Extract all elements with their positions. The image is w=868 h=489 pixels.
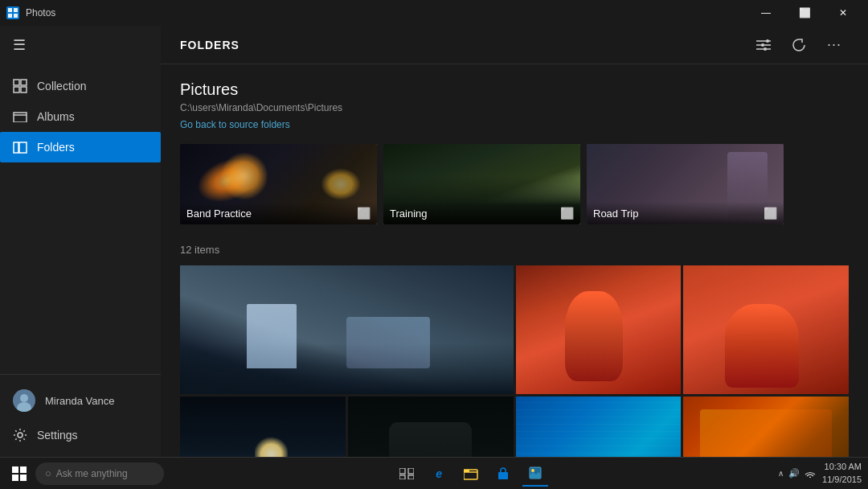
photo-thumb-6[interactable] [516,397,682,457]
titlebar: Photos — ⬜ ✕ [0,0,868,26]
search-bar[interactable]: ○ Ask me anything [35,462,164,485]
app-icon [6,6,19,19]
folders-label: Folders [37,141,75,154]
svg-rect-0 [8,8,12,12]
photo-thumb-1[interactable] [180,265,514,394]
svg-rect-4 [14,80,19,85]
svg-rect-23 [20,466,27,473]
window-controls: — ⬜ ✕ [747,0,862,26]
taskbar: ○ Ask me anything e [0,457,868,489]
maximize-button[interactable]: ⬜ [786,0,823,26]
more-options-button[interactable]: ··· [820,31,849,60]
settings-item[interactable]: Settings [0,420,161,450]
titlebar-left: Photos [6,6,55,19]
svg-point-21 [764,47,767,51]
back-link[interactable]: Go back to source folders [180,119,290,130]
sidebar-nav: Collection Albums Folder [0,64,161,374]
collection-label: Collection [37,80,86,92]
folder-card-road-trip[interactable]: Road Trip ⬜ [587,144,784,224]
task-view-button[interactable] [394,461,420,487]
folder-name: Pictures [180,80,849,99]
svg-point-34 [531,469,534,472]
taskbar-icons: e [394,461,548,487]
svg-rect-7 [21,87,27,92]
folders-icon [13,140,27,154]
speaker-icon: 🔊 [788,468,800,479]
photo-thumb-5[interactable] [348,397,514,457]
sidebar-footer: Miranda Vance Settings [0,374,161,457]
band-practice-overlay: Band Practice ⬜ [180,202,377,224]
sidebar-item-albums[interactable]: Albums [0,101,161,132]
svg-rect-25 [20,475,27,481]
sidebar-header: ☰ [0,26,161,64]
store-button[interactable] [490,461,516,487]
svg-point-13 [20,394,28,402]
svg-rect-22 [12,466,18,473]
svg-rect-3 [14,14,18,18]
svg-rect-26 [399,468,405,474]
photos-app-button[interactable] [522,461,548,487]
expand-icon[interactable]: ∧ [778,469,784,478]
training-label: Training [390,208,427,220]
folder-header: Pictures C:\users\Miranda\Documents\Pict… [180,80,849,131]
folder-card-band-practice[interactable]: Band Practice ⬜ [180,144,377,224]
settings-icon [13,428,27,442]
svg-rect-8 [14,113,27,122]
app-body: ☰ Collection [0,26,868,457]
road-trip-label: Road Trip [593,208,638,220]
svg-point-35 [809,476,811,478]
hamburger-menu[interactable]: ☰ [13,36,26,54]
content-scroll[interactable]: Pictures C:\users\Miranda\Documents\Pict… [161,64,868,457]
svg-rect-24 [12,475,18,481]
clock: 10:30 AM 11/9/2015 [822,461,862,486]
svg-rect-32 [498,472,508,479]
folder-path: C:\users\Miranda\Documents\Pictures [180,102,849,113]
svg-rect-28 [399,475,405,479]
photo-thumb-3[interactable] [683,265,849,394]
collection-icon [13,79,27,93]
edge-button[interactable]: e [426,461,452,487]
svg-point-20 [761,43,764,47]
svg-rect-1 [14,8,18,12]
photo-grid [180,265,849,457]
minimize-button[interactable]: — [747,0,784,26]
albums-icon [13,109,27,124]
photo-thumb-7[interactable] [683,397,849,457]
sidebar-item-collection[interactable]: Collection [0,71,161,101]
username: Miranda Vance [45,395,114,407]
folder-select-icon: ⬜ [357,207,371,220]
explorer-button[interactable] [458,461,484,487]
sidebar: ☰ Collection [0,26,161,457]
settings-label: Settings [37,429,78,442]
network-icon [805,468,816,479]
main-content: FOLDERS [161,26,868,457]
taskbar-right: ∧ 🔊 10:30 AM 11/9/2015 [778,461,862,486]
svg-rect-2 [8,14,12,18]
training-overlay: Training ⬜ [383,202,580,224]
refresh-button[interactable] [784,31,813,60]
svg-rect-29 [408,475,414,479]
taskbar-left: ○ Ask me anything [6,461,164,487]
items-count: 12 items [180,244,849,256]
svg-rect-10 [14,142,18,153]
time-display: 10:30 AM [822,461,862,473]
svg-rect-11 [19,142,27,153]
avatar [13,389,35,412]
app-title: Photos [26,7,55,18]
user-item[interactable]: Miranda Vance [0,381,161,420]
svg-rect-5 [21,80,27,85]
folder-select-icon-2: ⬜ [560,207,574,220]
start-button[interactable] [6,461,32,487]
page-title: FOLDERS [180,39,240,51]
folder-select-icon-3: ⬜ [764,207,777,220]
system-icons: ∧ 🔊 [778,468,816,479]
folder-card-training[interactable]: Training ⬜ [383,144,580,224]
band-practice-label: Band Practice [186,208,252,220]
sidebar-item-folders[interactable]: Folders [0,132,161,162]
svg-point-15 [18,433,23,438]
view-toggle-button[interactable] [749,31,778,60]
close-button[interactable]: ✕ [825,0,862,26]
content-header: FOLDERS [161,26,868,64]
photo-thumb-4[interactable] [180,397,346,457]
photo-thumb-2[interactable] [516,265,682,394]
